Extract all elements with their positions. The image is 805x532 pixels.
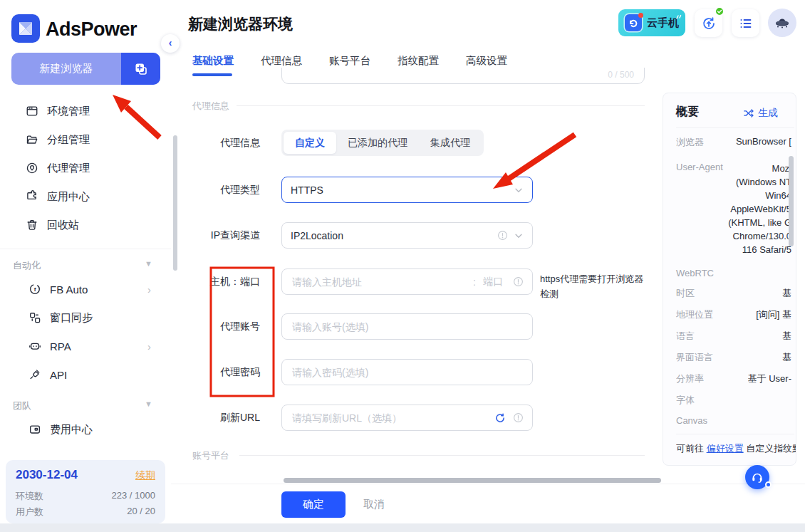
billing-card-icon: [28, 423, 41, 436]
batch-create-button[interactable]: [121, 53, 160, 85]
chevron-right-icon: ›: [147, 283, 151, 296]
sidebar-item-app-center[interactable]: 应用中心: [0, 182, 171, 211]
info-icon[interactable]: [513, 412, 524, 423]
generate-fingerprint-button[interactable]: 生成: [743, 107, 796, 120]
globe-pin-icon: [26, 162, 38, 174]
tab-basic-settings[interactable]: 基础设置: [192, 54, 234, 68]
host-port-separator: :: [473, 276, 476, 288]
ip-channel-select[interactable]: IP2Location: [281, 222, 533, 249]
chevron-down-icon: [514, 231, 524, 241]
tab-advanced-settings[interactable]: 高级设置: [466, 54, 507, 68]
task-list-button[interactable]: [732, 9, 759, 37]
host-input[interactable]: [291, 276, 466, 288]
proxy-account-label: 代理账号: [171, 320, 260, 333]
new-browser-button[interactable]: 新建浏览器: [11, 53, 160, 85]
refresh-input[interactable]: [291, 412, 494, 424]
generate-label: 生成: [758, 107, 778, 120]
refresh-icon[interactable]: [494, 412, 506, 424]
active-tab-underline: [192, 73, 232, 76]
proxy-type-value: HTTPS: [291, 184, 323, 196]
user-count-label: 用户数: [16, 506, 43, 518]
proxy-info-label: 代理信息: [171, 137, 260, 150]
sidebar-scrollbar[interactable]: [173, 135, 177, 271]
account-section-line: [239, 455, 645, 456]
preferences-link[interactable]: 偏好设置: [707, 443, 744, 454]
sidebar-item-api[interactable]: API: [0, 360, 171, 389]
avatar[interactable]: [768, 9, 796, 37]
tab-proxy-info[interactable]: 代理信息: [261, 54, 302, 68]
proxy-mode-segmented: 自定义 已添加的代理 集成代理: [281, 130, 484, 156]
proxy-password-input[interactable]: [281, 359, 533, 385]
summary-row-language: 语言基: [663, 330, 796, 343]
chevron-right-icon: ›: [147, 340, 151, 353]
tab-fingerprint-config[interactable]: 指纹配置: [398, 54, 439, 68]
sidebar: AdsPower 新建浏览器 环境管理: [0, 0, 171, 523]
sidebar-item-window-sync[interactable]: 窗口同步: [0, 303, 171, 332]
trash-icon: [26, 219, 38, 231]
subscription-card: 2030-12-04 续期 环境数 223 / 1000 用户数 20 / 20: [6, 460, 165, 523]
cancel-button[interactable]: 取消: [363, 498, 385, 511]
confirm-button[interactable]: 确定: [281, 491, 346, 518]
host-hint-text: https代理需要打开浏览器检测: [540, 271, 651, 301]
support-drag-dot[interactable]: [765, 481, 772, 488]
password-input[interactable]: [291, 366, 524, 379]
sidebar-item-recycle-bin[interactable]: 回收站: [0, 211, 171, 239]
ufo-icon: [772, 13, 792, 33]
horizontal-scrollbar[interactable]: [284, 478, 661, 483]
caret-down-icon[interactable]: ▼: [145, 400, 152, 408]
sidebar-item-billing[interactable]: 费用中心: [0, 415, 171, 444]
proxy-mode-integrated[interactable]: 集成代理: [419, 132, 482, 154]
chevron-down-icon: [514, 185, 524, 195]
expiry-date: 2030-12-04: [16, 468, 78, 482]
chevron-left-icon: ‹: [169, 37, 172, 48]
info-icon[interactable]: [513, 276, 524, 287]
page-title: 新建浏览器环境: [188, 14, 293, 34]
summary-row-browser: 浏览器 SunBrowser [: [663, 136, 796, 149]
panel-footnote: 可前往 偏好设置 自定义指纹默: [676, 442, 796, 455]
window-bottom-strip: [0, 523, 805, 532]
section-automation: 自动化: [13, 259, 41, 272]
api-plug-icon: [28, 368, 41, 381]
account-input[interactable]: [291, 320, 524, 333]
window-sync-icon: [28, 311, 41, 324]
tab-account-platform[interactable]: 账号平台: [329, 54, 370, 68]
proxy-type-select[interactable]: HTTPS: [281, 177, 533, 203]
proxy-mode-custom[interactable]: 自定义: [284, 132, 336, 154]
sidebar-item-proxies[interactable]: 代理管理: [0, 154, 171, 182]
renew-link[interactable]: 续期: [135, 469, 155, 482]
host-port-input[interactable]: : 端口: [281, 268, 533, 295]
puzzle-icon: [26, 190, 38, 203]
char-counter: 0 / 500: [608, 70, 634, 80]
collapse-sidebar-button[interactable]: ‹: [161, 34, 180, 53]
sidebar-divider: [0, 249, 171, 249]
summary-row-timezone: 时区基: [663, 287, 796, 300]
ip-channel-label: IP查询渠道: [171, 229, 260, 242]
proxy-account-input[interactable]: [281, 313, 533, 340]
refresh-url-label: 刷新URL: [171, 412, 260, 424]
brand-name: AdsPower: [46, 19, 137, 41]
shuffle-icon: [743, 108, 754, 119]
port-input[interactable]: 端口: [483, 276, 513, 288]
sidebar-item-groups[interactable]: 分组管理: [0, 125, 171, 154]
summary-row-resolution: 分辨率基于 User-: [663, 372, 796, 385]
summary-row-ui-language: 界面语言基: [663, 351, 796, 364]
user-agent-value: Mozi (Windows NT Win64 AppleWebKit/5 (KH…: [728, 162, 791, 256]
sync-button[interactable]: [695, 9, 722, 37]
sidebar-item-rpa[interactable]: RPA ›: [0, 332, 171, 360]
caret-down-icon[interactable]: ▼: [145, 259, 152, 268]
refresh-url-input[interactable]: [281, 405, 533, 431]
window-icon: [26, 105, 38, 118]
sidebar-item-fb-auto[interactable]: f FB Auto ›: [0, 275, 171, 303]
summary-panel: 概要 生成 浏览器 SunBrowser [ User-Agent Mozi (…: [663, 93, 796, 466]
info-icon[interactable]: [497, 230, 508, 241]
check-badge-icon: [715, 6, 724, 16]
sidebar-item-environments[interactable]: 环境管理: [0, 97, 171, 125]
remark-input[interactable]: 0 / 500: [281, 68, 645, 84]
proxy-mode-added[interactable]: 已添加的代理: [336, 132, 419, 154]
summary-title: 概要: [676, 105, 699, 120]
summary-row-canvas: Canvas: [663, 415, 796, 426]
panel-scrollbar[interactable]: [789, 156, 794, 246]
fb-auto-icon: f: [28, 283, 41, 296]
cloud-phone-button[interactable]: 云手机: [618, 9, 685, 36]
app-window: AdsPower 新建浏览器 环境管理: [0, 0, 805, 532]
